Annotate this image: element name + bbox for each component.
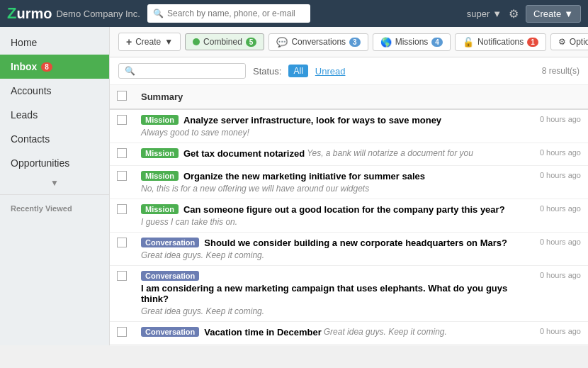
create-button[interactable]: Create ▼ <box>526 5 581 23</box>
message-tag: Mission <box>141 171 179 181</box>
row-summary: MissionAnalyze server infrastructure, lo… <box>134 109 531 143</box>
message-list-scroll[interactable]: Summary MissionAnalyze server infrastruc… <box>110 85 588 345</box>
row-time: 0 hours ago <box>531 199 588 233</box>
message-title[interactable]: Get tax document notarized <box>183 148 305 159</box>
row-summary: MissionCan someone figure out a good loc… <box>134 199 531 233</box>
message-description: Always good to save money! <box>141 128 249 138</box>
row-checkbox[interactable] <box>117 115 127 125</box>
conversations-count: 3 <box>349 38 361 47</box>
message-tag: Conversation <box>141 327 199 337</box>
sidebar-item-home[interactable]: Home <box>0 30 109 55</box>
message-description: Great idea guys. Keep it coming. <box>141 306 264 316</box>
tab-notifications[interactable]: 🔓 Notifications 1 <box>455 33 546 51</box>
main-layout: Home Inbox 8 Accounts Leads Contacts Opp… <box>0 27 588 345</box>
message-title[interactable]: Should we consider building a new corpor… <box>204 238 507 248</box>
table-row[interactable]: ConversationVacation time in December Gr… <box>110 322 588 345</box>
status-all-button[interactable]: All <box>288 65 307 77</box>
chevron-down-icon: ▼ <box>492 9 502 19</box>
row-time: 0 hours ago <box>531 166 588 199</box>
user-label: super <box>467 9 490 19</box>
row-checkbox[interactable] <box>117 171 127 181</box>
select-all-checkbox[interactable] <box>117 91 127 101</box>
row-summary: ConversationShould we consider building … <box>134 233 531 266</box>
table-row[interactable]: NotificationRemove the api test entry sc… <box>110 345 588 346</box>
create-toolbar-label: Create <box>135 37 161 47</box>
row-checkbox[interactable] <box>117 238 127 247</box>
message-description: No, this is for a new offering we will h… <box>141 184 369 194</box>
inbox-toolbar: + Create ▼ Combined 5 💬 Conversations 3 … <box>110 27 588 57</box>
message-tag: Conversation <box>141 238 199 247</box>
row-checkbox[interactable] <box>117 148 127 158</box>
global-search-bar[interactable]: 🔍 <box>147 4 310 23</box>
chat-icon: 💬 <box>276 37 288 48</box>
tab-conversations[interactable]: 💬 Conversations 3 <box>268 33 368 51</box>
message-title[interactable]: Organize the new marketing initiative fo… <box>183 171 425 182</box>
sidebar-item-leads[interactable]: Leads <box>0 103 109 127</box>
conversations-label: Conversations <box>291 37 346 47</box>
inbox-badge: 8 <box>41 62 52 72</box>
row-checkbox-col <box>110 322 134 345</box>
create-label: Create <box>533 9 561 19</box>
sidebar-item-accounts[interactable]: Accounts <box>0 79 109 103</box>
filter-row: 🔍 Status: All Unread 8 result(s) <box>110 57 588 85</box>
chevron-down-icon: ▼ <box>164 37 173 47</box>
create-toolbar-button[interactable]: + Create ▼ <box>118 33 181 51</box>
settings-gear-button[interactable]: ⚙ <box>509 7 519 21</box>
row-checkbox-col <box>110 143 134 166</box>
sidebar-item-contacts[interactable]: Contacts <box>0 127 109 151</box>
tab-missions[interactable]: 🌎 Missions 4 <box>373 33 451 51</box>
status-unread-button[interactable]: Unread <box>315 66 346 77</box>
row-checkbox[interactable] <box>117 204 127 214</box>
message-title[interactable]: Analyze server infrastructure, look for … <box>183 115 441 126</box>
table-row[interactable]: MissionCan someone figure out a good loc… <box>110 199 588 233</box>
message-tag: Mission <box>141 148 179 158</box>
row-time: 0 hours ago <box>531 266 588 322</box>
table-row[interactable]: MissionAnalyze server infrastructure, lo… <box>110 109 588 143</box>
message-description: Great idea guys. Keep it coming. <box>141 250 264 260</box>
missions-label: Missions <box>395 37 429 47</box>
message-tag: Mission <box>141 115 179 125</box>
message-title[interactable]: Can someone figure out a good location f… <box>183 204 505 215</box>
sidebar-item-inbox[interactable]: Inbox 8 <box>0 55 109 79</box>
table-row[interactable]: MissionOrganize the new marketing initia… <box>110 166 588 199</box>
sidebar-expand-arrow[interactable]: ▼ <box>0 175 109 191</box>
table-row[interactable]: ConversationI am considering a new marke… <box>110 266 588 322</box>
tab-options[interactable]: ⚙ Options ▼ <box>550 33 588 50</box>
search-icon: 🔍 <box>153 9 164 18</box>
top-navigation-bar: Zurmo Demo Company Inc. 🔍 super ▼ ⚙ Crea… <box>0 0 588 27</box>
inbox-label: Inbox <box>11 61 37 72</box>
logo: Zurmo Demo Company Inc. <box>7 4 140 23</box>
company-name: Demo Company Inc. <box>56 9 140 19</box>
row-summary: MissionGet tax document notarized Yes, a… <box>134 143 531 166</box>
message-title[interactable]: I am considering a new marketing campaig… <box>141 283 524 304</box>
dot-green-icon <box>193 38 200 45</box>
header-time-col <box>531 85 588 109</box>
row-time: 0 hours ago <box>531 233 588 266</box>
header-summary: Summary <box>134 85 531 109</box>
row-checkbox[interactable] <box>117 271 127 281</box>
globe-icon: 🌎 <box>380 37 392 48</box>
filter-search-input[interactable] <box>139 66 239 76</box>
filter-search-wrapper[interactable]: 🔍 <box>118 63 246 79</box>
contacts-label: Contacts <box>11 133 50 145</box>
message-title[interactable]: Vacation time in December <box>204 327 321 338</box>
sidebar-item-opportunities[interactable]: Opportunities <box>0 151 109 175</box>
results-count: 8 result(s) <box>542 66 579 76</box>
row-time: 0 hours ago <box>531 109 588 143</box>
message-description: Great idea guys. Keep it coming. <box>324 327 447 337</box>
search-icon: 🔍 <box>125 66 135 76</box>
row-checkbox-col <box>110 109 134 143</box>
user-menu-button[interactable]: super ▼ <box>467 9 502 19</box>
table-row[interactable]: ConversationShould we consider building … <box>110 233 588 266</box>
tab-combined[interactable]: Combined 5 <box>185 33 264 50</box>
sidebar-divider <box>0 194 109 195</box>
message-tag: Conversation <box>141 271 199 281</box>
table-row[interactable]: MissionGet tax document notarized Yes, a… <box>110 143 588 166</box>
row-checkbox-col <box>110 199 134 233</box>
row-summary: ConversationVacation time in December Gr… <box>134 322 531 345</box>
row-checkbox[interactable] <box>117 327 127 337</box>
global-search-input[interactable] <box>167 9 305 18</box>
content-area: + Create ▼ Combined 5 💬 Conversations 3 … <box>110 27 588 345</box>
chevron-down-icon: ▼ <box>564 9 573 19</box>
missions-count: 4 <box>431 38 443 47</box>
